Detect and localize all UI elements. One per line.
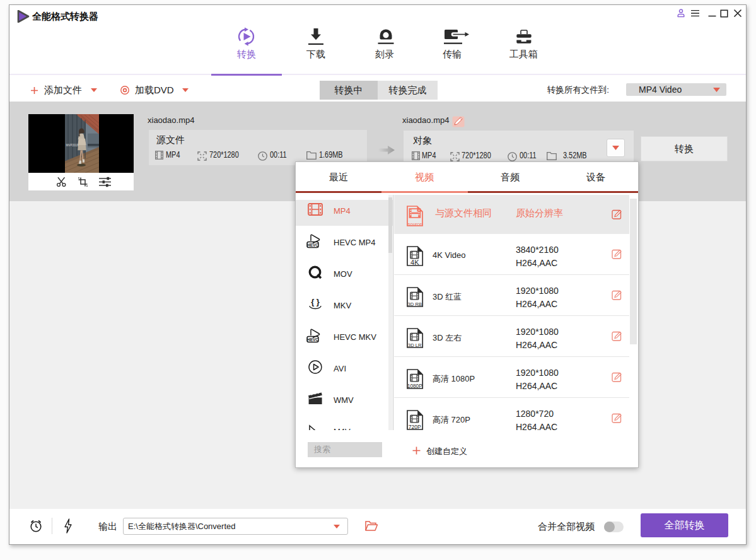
svg-text:{ }: { } (311, 297, 320, 306)
svg-text:1080P: 1080P (407, 383, 422, 389)
svg-text:MVP2019: MVP2019 (66, 144, 79, 147)
svg-text:3D RB: 3D RB (408, 301, 422, 307)
svg-text:3D LR: 3D LR (408, 342, 422, 348)
svg-text:4K: 4K (410, 259, 419, 266)
svg-text:source: source (408, 221, 422, 227)
svg-text:HEVC: HEVC (307, 243, 318, 247)
svg-text:HEVC: HEVC (307, 337, 318, 342)
svg-text:720P: 720P (409, 424, 421, 430)
